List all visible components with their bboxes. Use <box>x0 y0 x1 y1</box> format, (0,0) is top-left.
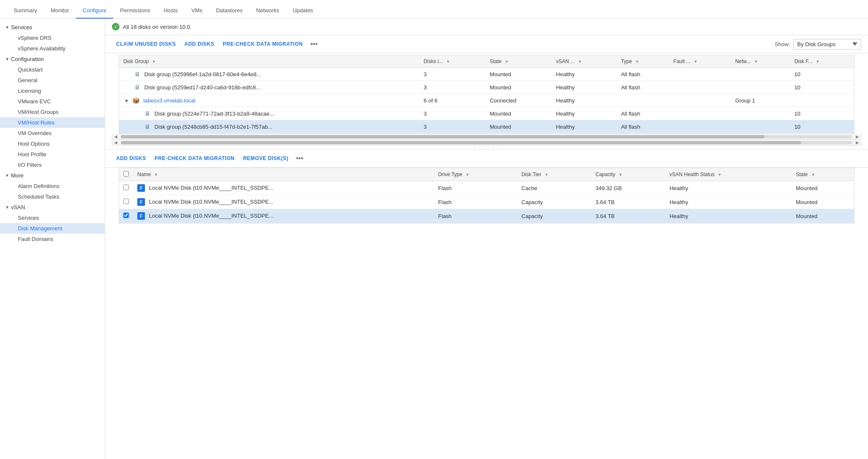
add-disks-button-lower[interactable]: ADD DISKS <box>112 154 150 163</box>
cell-capacity: 349.32 GB <box>591 181 665 195</box>
filter-icon[interactable]: ▼ <box>505 59 509 64</box>
pre-check-data-migration-button-lower[interactable]: PRE-CHECK DATA MIGRATION <box>150 154 239 163</box>
flash-badge: F <box>137 212 145 220</box>
table-row[interactable]: F Local NVMe Disk (t10.NVMe____INTEL_SSD… <box>119 181 854 195</box>
filter-icon[interactable]: ▼ <box>693 59 698 64</box>
cell-fault <box>669 107 731 120</box>
sidebar-group-services[interactable]: ▼ Services <box>0 22 105 33</box>
resize-handle[interactable]: · · · · · · <box>105 146 868 149</box>
sidebar-item-general[interactable]: General <box>0 75 105 86</box>
row-checkbox[interactable] <box>123 185 129 190</box>
sidebar-item-host-profile[interactable]: Host Profile <box>0 149 105 160</box>
col-state-lower: State ▼ <box>792 168 854 181</box>
upper-toolbar: CLAIM UNUSED DISKS ADD DISKS PRE-CHECK D… <box>105 35 868 53</box>
table-row[interactable]: ▼ 📦 labesx3.vmwlab.local 6 of 6 Connecte… <box>119 94 854 107</box>
sidebar-item-licensing[interactable]: Licensing <box>0 86 105 96</box>
table-row[interactable]: 🖥 Disk group (5259ed17-d240-ca6d-918b-ed… <box>119 81 854 94</box>
chevron-down-icon: ▼ <box>5 205 9 210</box>
sidebar-item-fault-domains[interactable]: Fault Domains <box>0 234 105 244</box>
show-select[interactable]: By Disk Groups <box>793 39 861 50</box>
filter-icon[interactable]: ▼ <box>618 172 623 177</box>
collapse-icon[interactable]: ▼ <box>124 98 129 103</box>
more-options-button-lower[interactable]: ••• <box>292 153 306 164</box>
filter-icon[interactable]: ▼ <box>154 172 158 177</box>
cell-vsan-health: Healthy <box>665 209 792 223</box>
sidebar-group-vsan[interactable]: ▼ vSAN <box>0 202 105 213</box>
tab-updates[interactable]: Updates <box>286 3 320 19</box>
col-fault: Fault ... ▼ <box>669 55 731 68</box>
col-network: Netw... ▼ <box>731 55 790 68</box>
more-options-button-upper[interactable]: ••• <box>307 39 321 50</box>
scroll-right-arrow-2[interactable]: ▶ <box>854 140 861 145</box>
filter-icon[interactable]: ▼ <box>754 59 758 64</box>
cell-network <box>731 68 790 81</box>
select-all-checkbox[interactable] <box>123 171 129 177</box>
disks-table: Name ▼ Drive Type ▼ Disk Tier ▼ Capacity… <box>119 168 854 223</box>
filter-icon[interactable]: ▼ <box>152 59 156 64</box>
tab-networks[interactable]: Networks <box>249 3 286 19</box>
tab-permissions[interactable]: Permissions <box>113 3 157 19</box>
filter-icon[interactable]: ▼ <box>811 172 815 177</box>
filter-icon[interactable]: ▼ <box>718 172 722 177</box>
cell-name: F Local NVMe Disk (t10.NVMe____INTEL_SSD… <box>133 195 434 209</box>
filter-icon[interactable]: ▼ <box>815 59 820 64</box>
tab-hosts[interactable]: Hosts <box>157 3 184 19</box>
scroll-left-arrow[interactable]: ◀ <box>112 134 119 139</box>
scroll-right-arrow[interactable]: ▶ <box>854 134 861 139</box>
sidebar-group-configuration[interactable]: ▼ Configuration <box>0 54 105 64</box>
tab-monitor[interactable]: Monitor <box>44 3 76 19</box>
sidebar-item-scheduled-tasks[interactable]: Scheduled Tasks <box>0 191 105 202</box>
tab-summary[interactable]: Summary <box>7 3 44 19</box>
sidebar-item-vm-overrides[interactable]: VM Overrides <box>0 128 105 138</box>
cell-disk-group-name: 🖥 Disk group (525996ef-1a2d-0817-60e4-6e… <box>119 68 420 81</box>
cell-vsan: Healthy <box>552 120 617 133</box>
cell-state: Mounted <box>792 195 854 209</box>
horizontal-scrollbar[interactable]: ◀ ▶ <box>112 134 861 140</box>
filter-icon[interactable]: ▼ <box>578 59 582 64</box>
claim-unused-disks-button[interactable]: CLAIM UNUSED DISKS <box>112 39 180 49</box>
tab-datastores[interactable]: Datastores <box>209 3 249 19</box>
table-row[interactable]: 🖥 Disk group (5248cb85-dd15-f47d-b2e1-7f… <box>119 120 854 133</box>
filter-icon[interactable]: ▼ <box>635 59 640 64</box>
table-row[interactable]: 🖥 Disk group (5224e771-72ad-3f13-b2a9-48… <box>119 107 854 120</box>
tab-vms[interactable]: VMs <box>184 3 209 19</box>
sidebar-item-host-options[interactable]: Host Options <box>0 138 105 149</box>
cell-state: Mounted <box>485 107 551 120</box>
scroll-left-arrow-2[interactable]: ◀ <box>112 140 119 145</box>
sidebar-item-vsphere-availability[interactable]: vSphere Availability <box>0 43 105 54</box>
host-link[interactable]: labesx3.vmwlab.local <box>143 97 195 104</box>
status-bar: ✓ All 18 disks on version 10.0. <box>105 19 868 35</box>
sidebar-item-vm-host-rules[interactable]: VM/Host Rules <box>0 117 105 128</box>
sidebar-group-more[interactable]: ▼ More <box>0 170 105 181</box>
tab-configure[interactable]: Configure <box>76 3 113 19</box>
cell-state: Mounted <box>792 209 854 223</box>
col-name: Name ▼ <box>133 168 434 181</box>
sidebar-item-vmware-evc[interactable]: VMware EVC <box>0 96 105 107</box>
cell-disks-in: 6 of 6 <box>420 94 486 107</box>
sidebar-item-disk-management[interactable]: Disk Management <box>0 223 105 234</box>
row-checkbox[interactable] <box>123 199 129 204</box>
cell-name: F Local NVMe Disk (t10.NVMe____INTEL_SSD… <box>133 209 434 223</box>
cell-state: Connected <box>485 94 551 107</box>
pre-check-data-migration-button-upper[interactable]: PRE-CHECK DATA MIGRATION <box>219 39 307 49</box>
sidebar-item-vsphere-drs[interactable]: vSphere DRS <box>0 33 105 43</box>
sidebar-item-alarm-definitions[interactable]: Alarm Definitions <box>0 181 105 191</box>
sidebar-item-vm-host-groups[interactable]: VM/Host Groups <box>0 107 105 117</box>
row-checkbox[interactable] <box>123 213 129 218</box>
cell-type: All flash <box>617 120 669 133</box>
table-row[interactable]: F Local NVMe Disk (t10.NVMe____INTEL_SSD… <box>119 195 854 209</box>
sidebar-item-io-filters[interactable]: I/O Filters <box>0 160 105 170</box>
cell-disk-group-name: 🖥 Disk group (5259ed17-d240-ca6d-918b-ed… <box>119 81 420 94</box>
sidebar-item-vsan-services[interactable]: Services <box>0 213 105 223</box>
filter-icon[interactable]: ▼ <box>446 59 450 64</box>
filter-icon[interactable]: ▼ <box>544 172 548 177</box>
sidebar-item-quickstart[interactable]: Quickstart <box>0 64 105 75</box>
cell-vsan: Healthy <box>552 107 617 120</box>
filter-icon[interactable]: ▼ <box>465 172 470 177</box>
cell-vsan: Healthy <box>552 94 617 107</box>
remove-disks-button[interactable]: REMOVE DISK(S) <box>239 154 292 163</box>
add-disks-button-upper[interactable]: ADD DISKS <box>180 39 219 49</box>
table-row[interactable]: 🖥 Disk group (525996ef-1a2d-0817-60e4-6e… <box>119 68 854 81</box>
cell-state: Mounted <box>485 81 551 94</box>
table-row[interactable]: F Local NVMe Disk (t10.NVMe____INTEL_SSD… <box>119 209 854 223</box>
